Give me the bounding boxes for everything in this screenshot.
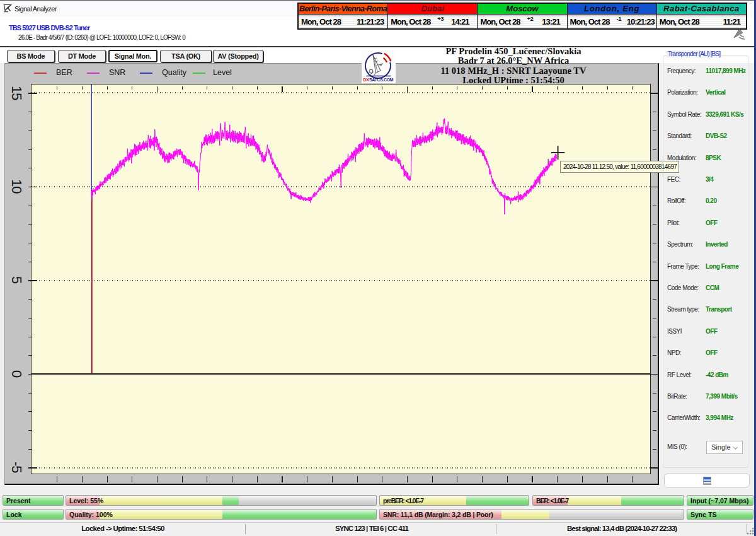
svg-text:SATCS.COM: SATCS.COM: [369, 78, 394, 82]
svg-text:DX: DX: [364, 78, 370, 82]
